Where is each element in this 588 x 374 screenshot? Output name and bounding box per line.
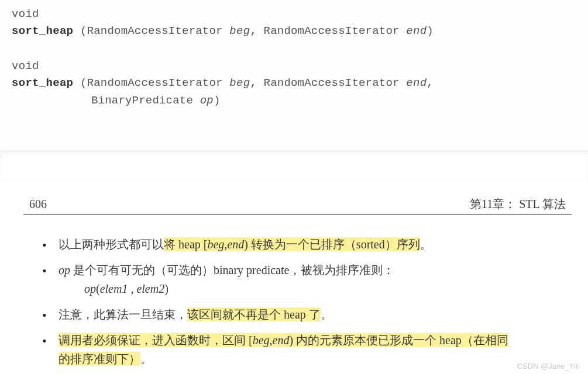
sig1-return: void	[12, 6, 576, 23]
bullet-item-1: 以上两种形式都可以将 heap [beg,end) 转换为一个已排序（sorte…	[41, 235, 572, 254]
sig2-decl-line2: BinaryPredicate op)	[12, 92, 576, 109]
italic-range: beg,end	[207, 238, 244, 251]
bullet-list: 以上两种形式都可以将 heap [beg,end) 转换为一个已排序（sorte…	[23, 235, 572, 374]
signature-1: void sort_heap (RandomAccessIterator beg…	[12, 6, 576, 40]
param-end: end	[406, 77, 427, 89]
bullet-item-2: op 是个可有可无的（可选的）binary predicate，被视为排序准则：…	[41, 261, 572, 298]
param-type: (RandomAccessIterator	[80, 25, 229, 37]
param-type: (RandomAccessIterator	[80, 77, 229, 89]
param-type: BinaryPredicate	[91, 94, 200, 107]
watermark: CSDN @Jane_Yih	[517, 362, 580, 370]
param-type: , RandomAccessIterator	[250, 77, 406, 89]
text: 是个可有可无的（可选的）binary predicate，被视为排序准则：	[70, 264, 394, 276]
highlight: 调用者必须保证，进入函数时，区间 [beg,end) 内的元素原本便已形成一个 …	[59, 333, 508, 347]
page-body: 606 第11章： STL 算法 以上两种形式都可以将 heap [beg,en…	[0, 182, 588, 374]
paren-close: )	[214, 94, 221, 107]
bullet-item-3: 注意，此算法一旦结束，该区间就不再是个 heap 了。	[41, 305, 572, 324]
paren-close: )	[427, 25, 434, 37]
text: 注意，此算法一旦结束，	[59, 308, 187, 321]
param-beg: beg	[229, 77, 250, 89]
text: 。	[140, 352, 152, 365]
highlight: 该区间就不再是个 heap 了	[187, 307, 321, 321]
return-type: void	[12, 58, 39, 75]
page-header: 606 第11章： STL 算法	[23, 196, 572, 215]
text: 以上两种形式都可以	[59, 238, 164, 251]
chapter-title: 第11章： STL 算法	[470, 196, 566, 212]
function-name: sort_heap	[12, 77, 73, 89]
comma: ,	[427, 77, 434, 89]
page-number: 606	[29, 198, 47, 211]
sig2-decl-line1: sort_heap (RandomAccessIterator beg, Ran…	[12, 75, 576, 92]
italic-op: op	[59, 264, 70, 276]
param-type: , RandomAccessIterator	[250, 25, 406, 37]
italic-range: beg,end	[253, 334, 290, 347]
page-gap	[0, 150, 588, 182]
highlight: 将 heap [beg,end) 转换为一个已排序（sorted）序列	[164, 237, 420, 251]
param-beg: beg	[229, 25, 250, 37]
signature-2: void sort_heap (RandomAccessIterator beg…	[12, 58, 576, 109]
bullet-item-4: 调用者必须保证，进入函数时，区间 [beg,end) 内的元素原本便已形成一个 …	[41, 331, 572, 368]
signature-section: void sort_heap (RandomAccessIterator beg…	[0, 0, 588, 150]
return-type: void	[12, 6, 39, 23]
sig1-decl: sort_heap (RandomAccessIterator beg, Ran…	[12, 23, 576, 40]
function-name: sort_heap	[12, 25, 73, 37]
param-op: op	[200, 94, 214, 107]
sub-expression: op(elem1 , elem2)	[59, 279, 572, 298]
text: 。	[321, 308, 332, 321]
text: 。	[420, 238, 432, 251]
sig2-return: void	[12, 58, 576, 75]
param-end: end	[406, 25, 427, 37]
highlight: 的排序准则下）	[59, 352, 140, 366]
